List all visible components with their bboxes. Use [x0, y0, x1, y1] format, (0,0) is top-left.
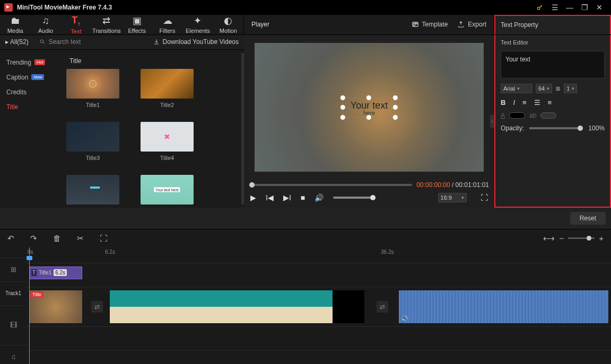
timeline-ruler[interactable]: 0s 6.2s 36.2s [27, 247, 611, 258]
redo-button[interactable]: ↷ [30, 234, 37, 243]
crop-button[interactable]: ⛶ [100, 234, 108, 243]
transition-slot-2[interactable]: ⇄ [377, 301, 388, 313]
middle-area: ▶All(52) Search text Download YouTube Vi… [0, 35, 611, 208]
thumbnail-grid: Title Title1 Title2 Title3 Title4 Title5… [61, 50, 241, 208]
progress-bar[interactable] [249, 184, 412, 186]
title-preset-6[interactable]: Title6 [141, 175, 194, 208]
playhead[interactable] [29, 247, 30, 364]
audio-track-icon[interactable]: ♫ [0, 345, 27, 364]
text-color-picker[interactable] [509, 112, 525, 119]
volume-icon[interactable]: 🔊 [315, 193, 324, 202]
zoom-out-button[interactable]: − [559, 234, 564, 243]
prev-frame-button[interactable]: I◀ [266, 193, 274, 202]
category-caption[interactable]: CaptionNew [5, 70, 56, 85]
play-button[interactable]: ▶ [250, 193, 256, 202]
aspect-ratio-select[interactable]: 16:9▾ [438, 193, 467, 202]
fullscreen-button[interactable]: ⛶ [481, 193, 488, 202]
ribbon-filters[interactable]: ☁Filters [152, 15, 182, 34]
title-clip[interactable]: TTitle16.2s [29, 267, 82, 279]
category-title[interactable]: Title [5, 100, 56, 114]
app-title: MiniTool MovieMaker Free 7.4.3 [17, 4, 112, 11]
svg-rect-3 [415, 23, 417, 24]
search-input[interactable]: Search text [34, 38, 148, 46]
text-editor-input[interactable]: Your text [501, 51, 605, 78]
export-button[interactable]: Export [457, 21, 486, 28]
highlight-color-icon: ab [529, 112, 536, 119]
svg-rect-2 [413, 23, 415, 26]
text-editor-label: Text Editor [501, 39, 605, 46]
stop-button[interactable]: ■ [301, 193, 305, 202]
download-youtube-button[interactable]: Download YouTube Videos [148, 38, 244, 46]
video-clip-3[interactable]: 🔊 [399, 290, 608, 323]
line-height-select[interactable]: 1▾ [564, 84, 577, 93]
ribbon-elements[interactable]: ✦Elements [182, 15, 213, 34]
property-panel-header: Text Property [494, 15, 611, 34]
ribbon-transitions[interactable]: ⇄Transitions [91, 15, 121, 34]
property-panel: Text Editor Your text Arial▾ 64▾ ≣ 1▾ B … [494, 35, 611, 208]
add-track-button[interactable]: ⊞ [0, 258, 27, 282]
text-overlay[interactable]: Your text here [343, 97, 396, 118]
highlight-color-picker[interactable] [540, 112, 556, 119]
track-gutter: ⊞ Track1 🎞 ♫ [0, 247, 27, 364]
opacity-slider[interactable] [529, 127, 583, 129]
template-button[interactable]: Template [412, 21, 448, 28]
category-trending[interactable]: TrendingHot [5, 55, 56, 70]
video-track[interactable]: Title ⇄ ⇄ 🔊 [27, 287, 611, 327]
font-size-select[interactable]: 64▾ [536, 84, 552, 93]
volume-slider[interactable] [333, 197, 376, 199]
category-credits[interactable]: Credits [5, 85, 56, 100]
title-track[interactable]: TTitle16.2s [27, 263, 611, 287]
zoom-slider[interactable] [568, 237, 595, 239]
fit-zoom-button[interactable]: ⟷ [543, 234, 555, 243]
zoom-in-button[interactable]: + [599, 234, 604, 243]
align-right-button[interactable]: ≡ [548, 99, 552, 106]
player-header: Player Template Export [244, 15, 494, 34]
close-icon[interactable]: ✕ [592, 0, 607, 15]
audio-track[interactable] [27, 327, 611, 351]
delete-button[interactable]: 🗑 [53, 234, 61, 243]
title-preset-1[interactable]: Title1 [66, 69, 119, 108]
key-icon[interactable] [533, 0, 547, 15]
ribbon-effects[interactable]: ▣Effects [122, 15, 152, 34]
bold-button[interactable]: B [501, 99, 505, 106]
maximize-icon[interactable]: ❐ [577, 0, 592, 15]
video-track-icon[interactable]: 🎞 [0, 306, 27, 345]
category-list: TrendingHot CaptionNew Credits Title [0, 50, 61, 208]
property-header-label: Text Property [501, 21, 538, 29]
title-preset-2[interactable]: Title2 [141, 69, 194, 108]
group-label: Title [69, 57, 236, 65]
title-preset-5[interactable]: Title5 [66, 175, 119, 208]
line-height-icon: ≣ [555, 85, 561, 92]
opacity-label: Opacity: [501, 125, 524, 132]
timeline-panel: ↶ ↷ 🗑 ✂ ⛶ ⟷ − + ⊞ Track1 🎞 ♫ 0s 6.2s 36.… [0, 229, 611, 364]
undo-button[interactable]: ↶ [7, 234, 14, 243]
svg-point-4 [40, 40, 43, 43]
menu-icon[interactable]: ☰ [547, 0, 562, 15]
opacity-value: 100% [588, 125, 605, 132]
ribbon-motion[interactable]: ◐Motion [213, 15, 243, 34]
align-left-button[interactable]: ≡ [522, 99, 527, 106]
timecode: 00:00:00:00 / 00:01:01:01 [416, 181, 489, 189]
preview-canvas[interactable]: Your text here [255, 43, 484, 172]
next-frame-button[interactable]: ▶I [283, 193, 291, 202]
timeline-toolbar: ↶ ↷ 🗑 ✂ ⛶ ⟷ − + [0, 229, 611, 247]
expand-panel-toggle[interactable]: › [490, 115, 494, 128]
transition-slot-1[interactable]: ⇄ [91, 301, 103, 313]
title-preset-3[interactable]: Title3 [66, 122, 119, 161]
minimize-icon[interactable]: — [562, 0, 577, 15]
italic-button[interactable]: I [513, 99, 515, 106]
title-bar: MiniTool MovieMaker Free 7.4.3 ☰ — ❐ ✕ [0, 0, 611, 15]
library-subbar: ▶All(52) Search text Download YouTube Vi… [0, 35, 244, 50]
video-clip-1[interactable]: Title [29, 290, 82, 323]
video-clip-2[interactable] [110, 290, 364, 323]
font-select[interactable]: Arial▾ [501, 84, 533, 93]
all-tab[interactable]: ▶All(52) [0, 38, 34, 46]
title-preset-4[interactable]: Title4 [141, 122, 194, 161]
align-center-button[interactable]: ☰ [534, 99, 540, 106]
reset-button[interactable]: Reset [570, 212, 606, 225]
cut-button[interactable]: ✂ [77, 234, 84, 243]
ribbon-text[interactable]: TTText [61, 15, 91, 34]
ribbon-media[interactable]: 🖿Media [0, 15, 30, 34]
ribbon-audio[interactable]: ♫Audio [30, 15, 60, 34]
transport-controls: 00:00:00:00 / 00:01:01:01 ▶ I◀ ▶I ■ 🔊 16… [244, 180, 494, 208]
